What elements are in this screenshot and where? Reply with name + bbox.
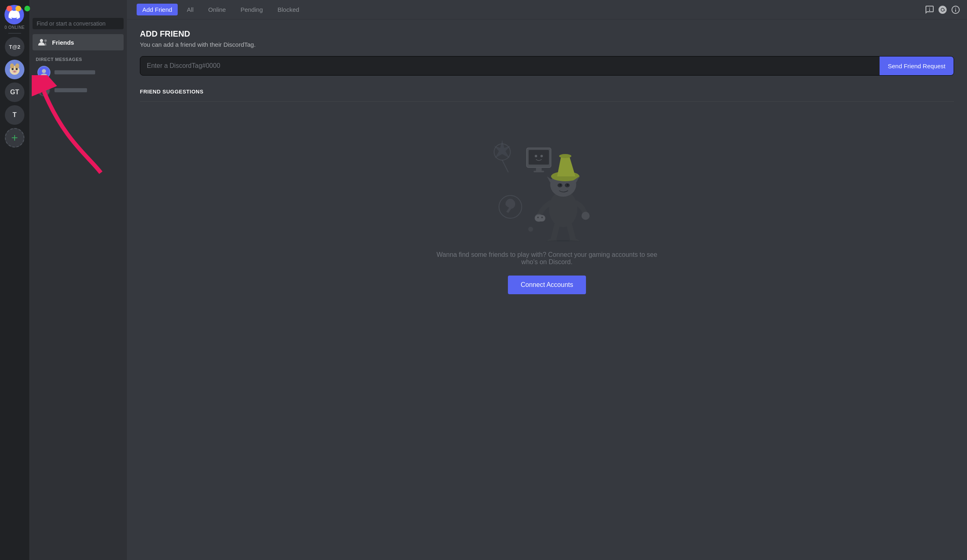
svg-point-23	[535, 155, 537, 157]
connect-accounts-button[interactable]: Connect Accounts	[508, 276, 586, 294]
discord-tag-input-container: Send Friend Request	[140, 56, 954, 76]
server-sidebar: 0 ONLINE T@2 GT T +	[0, 0, 29, 560]
svg-point-8	[44, 39, 47, 42]
tab-blocked[interactable]: Blocked	[272, 4, 305, 15]
add-friend-subtitle: You can add a friend with their DiscordT…	[140, 41, 954, 48]
empty-state-text: Wanna find some friends to play with? Co…	[433, 251, 661, 266]
friend-suggestions-illustration	[478, 128, 616, 241]
tab-online[interactable]: Online	[203, 4, 231, 15]
search-bar-container	[29, 0, 127, 34]
friend-suggestions-title: FRIEND SUGGESTIONS	[140, 89, 954, 95]
svg-point-38	[537, 217, 539, 218]
svg-rect-37	[535, 215, 545, 221]
dm-item-2[interactable]	[33, 81, 124, 99]
svg-point-39	[541, 217, 543, 218]
online-count: 0 ONLINE	[4, 25, 25, 30]
svg-point-11	[41, 74, 47, 78]
dog-avatar-icon	[7, 61, 23, 78]
friend-suggestions-section: FRIEND SUGGESTIONS	[140, 89, 954, 310]
add-server-button[interactable]: +	[5, 128, 24, 148]
svg-point-32	[567, 184, 568, 186]
svg-point-10	[42, 69, 46, 73]
dm-section-header: DIRECT MESSAGES	[29, 50, 127, 63]
dm-avatar-1-icon	[38, 67, 50, 78]
svg-point-14	[41, 91, 47, 96]
svg-point-5	[16, 68, 18, 70]
svg-point-4	[12, 68, 14, 70]
svg-rect-22	[534, 171, 544, 172]
server-dog[interactable]	[5, 60, 24, 79]
server-t[interactable]: T	[5, 105, 24, 125]
channel-sidebar: Friends DIRECT MESSAGES	[29, 0, 127, 560]
svg-marker-17	[494, 140, 510, 158]
tab-add-friend[interactable]: Add Friend	[137, 4, 178, 15]
friends-icon	[37, 37, 47, 47]
send-friend-request-button[interactable]: Send Friend Request	[880, 56, 954, 75]
svg-rect-20	[529, 150, 549, 165]
illustration-container	[478, 128, 616, 241]
svg-point-13	[42, 87, 46, 91]
suggestions-divider	[140, 101, 954, 102]
dm-name-2	[54, 88, 87, 92]
maximize-button[interactable]	[24, 6, 30, 11]
traffic-lights	[7, 6, 30, 11]
svg-point-28	[559, 154, 571, 158]
svg-point-24	[540, 155, 543, 157]
dm-item-1[interactable]	[33, 63, 124, 81]
tab-all[interactable]: All	[181, 4, 199, 15]
new-dm-icon[interactable]	[925, 5, 934, 15]
mention-icon[interactable]	[938, 5, 947, 15]
add-friend-title: ADD FRIEND	[140, 29, 954, 39]
svg-point-34	[582, 212, 590, 220]
friends-label: Friends	[52, 39, 74, 46]
dm-avatar-2-icon	[38, 85, 50, 96]
dm-avatar-2	[37, 84, 50, 97]
content-area: ADD FRIEND You can add a friend with the…	[127, 20, 967, 560]
help-icon[interactable]	[951, 5, 960, 15]
svg-line-16	[502, 160, 508, 172]
friends-nav-item[interactable]: Friends	[33, 34, 124, 50]
server-gt[interactable]: GT	[5, 82, 24, 102]
svg-point-31	[560, 184, 561, 186]
dm-name-1	[54, 70, 95, 74]
svg-point-7	[14, 71, 15, 72]
add-friend-section: ADD FRIEND You can add a friend with the…	[140, 29, 954, 76]
minimize-button[interactable]	[15, 6, 21, 11]
server-t2[interactable]: T@2	[5, 37, 24, 56]
svg-rect-21	[536, 167, 542, 171]
svg-point-41	[528, 227, 533, 232]
close-button[interactable]	[7, 6, 12, 11]
top-nav: Add Friend All Online Pending Blocked	[127, 0, 967, 20]
server-divider	[8, 33, 21, 34]
tab-pending[interactable]: Pending	[235, 4, 268, 15]
dm-avatar-1	[37, 66, 50, 79]
empty-state: Wanna find some friends to play with? Co…	[140, 111, 954, 310]
discord-tag-input[interactable]	[140, 56, 880, 75]
search-input[interactable]	[33, 18, 124, 29]
main-content: Add Friend All Online Pending Blocked	[127, 0, 967, 560]
